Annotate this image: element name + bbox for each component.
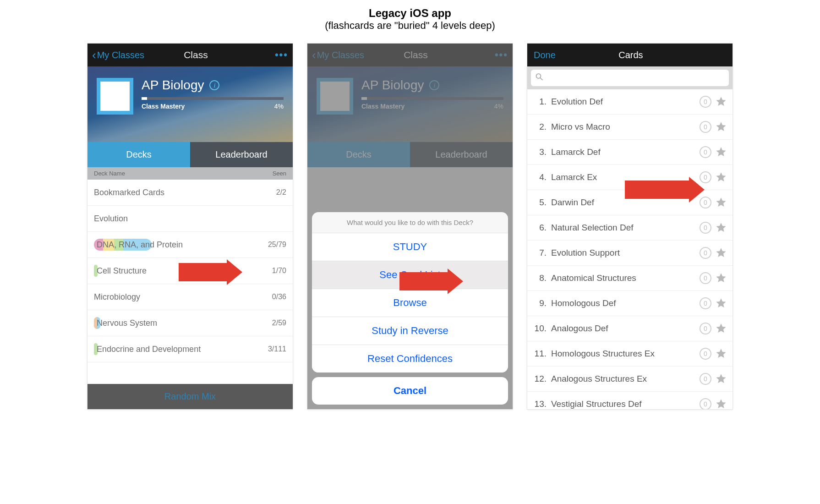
card-number: 3. (531, 147, 547, 157)
tabs: Decks Leaderboard (87, 142, 293, 167)
card-number: 13. (531, 399, 547, 409)
card-title: Darwin Def (551, 197, 700, 208)
card-title: Homologous Structures Ex (551, 349, 700, 359)
deck-name: DNA, RNA, and Protein (97, 240, 183, 250)
star-icon[interactable] (715, 398, 727, 410)
card-list: 1.Evolution Def02.Micro vs Macro03.Lamar… (527, 89, 733, 410)
phone-screen-1: ‹ My Classes Class ••• (87, 43, 293, 410)
deck-name: Endocrine and Development (97, 345, 201, 354)
card-number: 9. (531, 298, 547, 308)
deck-row[interactable]: Bookmarked Cards2/2 (87, 180, 293, 206)
confidence-badge: 0 (700, 373, 711, 385)
action-sheet-cancel[interactable]: Cancel (312, 377, 508, 405)
deck-name: Bookmarked Cards (94, 188, 164, 197)
mastery-percent: 4% (274, 103, 284, 110)
card-title: Homologous Def (551, 298, 700, 308)
card-title: Vestigial Structures Def (551, 399, 700, 409)
navbar: ‹ My Classes Class ••• (87, 44, 293, 66)
caption-title: Legacy iOS app (9, 7, 811, 20)
card-row[interactable]: 11.Homologous Structures Ex0 (527, 341, 733, 367)
star-icon[interactable] (715, 297, 727, 309)
star-icon[interactable] (715, 222, 727, 234)
confidence-badge: 0 (700, 297, 711, 309)
star-icon[interactable] (715, 121, 727, 133)
random-mix-button[interactable]: Random Mix (87, 384, 293, 409)
card-number: 7. (531, 248, 547, 258)
card-row[interactable]: 10.Analogous Def0 (527, 316, 733, 341)
card-row[interactable]: 13.Vestigial Structures Def0 (527, 392, 733, 410)
card-title: Lamarck Def (551, 147, 700, 157)
deck-row[interactable]: DNA, RNA, and Protein25/79 (87, 232, 293, 258)
action-sheet: What would you like to do with this Deck… (312, 212, 508, 405)
confidence-badge: 0 (700, 121, 711, 133)
tab-leaderboard[interactable]: Leaderboard (190, 142, 293, 167)
mastery-label: Class Mastery (142, 103, 185, 110)
deck-name: Microbiology (94, 292, 140, 302)
card-row[interactable]: 3.Lamarck Def0 (527, 140, 733, 165)
action-sheet-item[interactable]: Reset Confidences (312, 345, 508, 373)
caption-subtitle: (flashcards are "buried" 4 levels deep) (9, 20, 811, 32)
card-row[interactable]: 9.Homologous Def0 (527, 291, 733, 316)
card-number: 11. (531, 349, 547, 359)
card-number: 5. (531, 197, 547, 208)
confidence-badge: 0 (700, 146, 711, 158)
tab-decks[interactable]: Decks (87, 142, 190, 167)
confidence-badge: 0 (700, 348, 711, 360)
card-number: 10. (531, 323, 547, 334)
star-icon[interactable] (715, 272, 727, 284)
deck-row[interactable]: Evolution (87, 206, 293, 232)
more-button[interactable]: ••• (275, 49, 288, 61)
card-number: 1. (531, 97, 547, 107)
deck-name: Cell Structure (97, 266, 147, 276)
phone-screen-2: ‹ My Classes Class ••• (307, 43, 513, 410)
action-sheet-prompt: What would you like to do with this Deck… (312, 212, 508, 233)
action-sheet-item[interactable]: Study in Reverse (312, 317, 508, 345)
card-row[interactable]: 2.Micro vs Macro0 (527, 115, 733, 140)
card-row[interactable]: 7.Evolution Support0 (527, 241, 733, 266)
deck-row[interactable]: Endocrine and Development3/111 (87, 336, 293, 362)
deck-name: Nervous System (97, 318, 157, 328)
navbar-title: Class (131, 49, 261, 60)
navbar: Done Cards (527, 44, 733, 66)
deck-row[interactable]: Nervous System2/59 (87, 310, 293, 336)
star-icon[interactable] (715, 197, 727, 208)
class-name: AP Biology (142, 78, 204, 93)
annotation-arrow-2 (399, 272, 448, 290)
confidence-badge: 0 (700, 272, 711, 284)
star-icon[interactable] (715, 247, 727, 259)
card-number: 6. (531, 223, 547, 233)
star-icon[interactable] (715, 171, 727, 183)
navbar-title: Cards (546, 50, 716, 60)
svg-line-11 (541, 78, 543, 80)
action-sheet-item[interactable]: STUDY (312, 233, 508, 261)
star-icon[interactable] (715, 373, 727, 385)
annotation-arrow-3 (625, 181, 689, 199)
search-bar (527, 66, 733, 89)
mastery-progress (142, 97, 284, 100)
action-sheet-item[interactable]: Browse (312, 289, 508, 317)
card-row[interactable]: 12.Analogous Structures Ex0 (527, 367, 733, 392)
deck-seen: 2/2 (276, 188, 286, 197)
card-row[interactable]: 1.Evolution Def0 (527, 89, 733, 115)
class-icon (97, 78, 133, 115)
phone-screen-3: Done Cards 1.Evolution Def02.Micro vs Ma… (527, 43, 733, 410)
card-number: 8. (531, 273, 547, 283)
star-icon[interactable] (715, 323, 727, 334)
card-row[interactable]: 6.Natural Selection Def0 (527, 215, 733, 241)
confidence-badge: 0 (700, 222, 711, 234)
card-title: Micro vs Macro (551, 122, 700, 132)
search-input[interactable] (531, 70, 729, 86)
card-title: Analogous Structures Ex (551, 374, 700, 384)
star-icon[interactable] (715, 96, 727, 108)
annotation-arrow-1 (179, 263, 227, 281)
deck-row[interactable]: Microbiology0/36 (87, 284, 293, 310)
star-icon[interactable] (715, 146, 727, 158)
deck-seen: 1/70 (272, 267, 286, 275)
class-header: AP Biology i Class Mastery 4% (87, 66, 293, 142)
star-icon[interactable] (715, 348, 727, 360)
svg-rect-0 (107, 84, 123, 108)
card-title: Evolution Support (551, 248, 700, 258)
card-row[interactable]: 8.Anatomical Structures0 (527, 266, 733, 291)
caption-block: Legacy iOS app (flashcards are "buried" … (9, 7, 811, 32)
info-icon[interactable]: i (209, 80, 219, 90)
